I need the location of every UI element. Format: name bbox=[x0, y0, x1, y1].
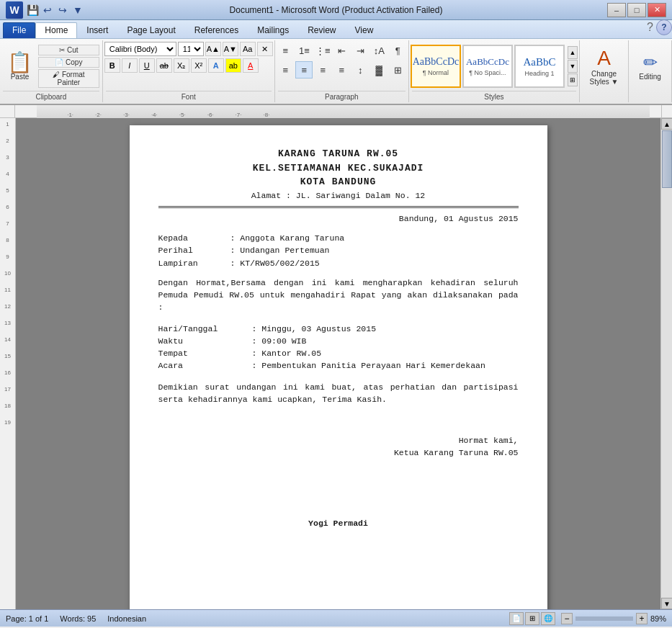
change-styles-content: A ChangeStyles ▼ bbox=[587, 42, 622, 91]
perihal-label: Perihal bbox=[158, 244, 230, 256]
window-controls: – □ ✕ bbox=[607, 3, 666, 17]
left-ruler-mark: 17 bbox=[4, 386, 11, 392]
sort-button[interactable]: ↕A bbox=[370, 42, 387, 59]
text-effects-button[interactable]: A bbox=[208, 58, 224, 73]
left-ruler-mark: 13 bbox=[4, 320, 11, 326]
align-left-button[interactable]: ≡ bbox=[277, 61, 294, 78]
tab-mailings[interactable]: Mailings bbox=[248, 22, 298, 38]
decrease-font-button[interactable]: A▼ bbox=[223, 42, 238, 56]
font-name-select[interactable]: Calibri (Body) bbox=[104, 42, 176, 56]
scroll-up-button[interactable]: ▲ bbox=[661, 118, 672, 130]
style-normal[interactable]: AaBbCcDc ¶ Normal bbox=[411, 45, 461, 88]
align-right-button[interactable]: ≡ bbox=[314, 61, 331, 78]
help-button[interactable]: ? bbox=[656, 19, 672, 35]
strikethrough-button[interactable]: ab bbox=[156, 58, 172, 73]
tab-references[interactable]: References bbox=[185, 22, 248, 38]
status-bar: Page: 1 of 1 Words: 95 Indonesian 📄 ⊞ 🌐 … bbox=[0, 609, 672, 627]
tab-home[interactable]: Home bbox=[35, 22, 77, 38]
ruler-mark: ·3· bbox=[123, 112, 130, 118]
scroll-thumb[interactable] bbox=[662, 130, 672, 188]
left-ruler-mark: 2 bbox=[6, 138, 9, 144]
left-ruler-mark: 10 bbox=[4, 270, 11, 277]
cut-button[interactable]: ✂ Cut bbox=[38, 45, 99, 55]
increase-indent-button[interactable]: ⇥ bbox=[351, 42, 369, 59]
show-hide-button[interactable]: ¶ bbox=[389, 42, 406, 59]
line-spacing-button[interactable]: ↕ bbox=[351, 61, 369, 78]
style-nospacing-label: ¶ No Spaci... bbox=[469, 69, 506, 76]
page-info: Page: 1 of 1 bbox=[6, 614, 48, 623]
justify-button[interactable]: ≡ bbox=[333, 61, 350, 78]
save-button[interactable]: 💾 bbox=[26, 4, 39, 17]
tab-file[interactable]: File bbox=[3, 22, 35, 38]
format-painter-button[interactable]: 🖌 Format Painter bbox=[38, 69, 99, 88]
subscript-button[interactable]: X₂ bbox=[174, 58, 189, 73]
editing-icon: ✏ bbox=[643, 53, 658, 73]
clear-formatting-button[interactable]: ✕ bbox=[257, 42, 273, 56]
bullets-button[interactable]: ≡ bbox=[277, 42, 294, 59]
hari-value: : Minggu, 03 Agustus 2015 bbox=[252, 323, 519, 335]
style-nospacing[interactable]: AaBbCcDc ¶ No Spaci... bbox=[462, 45, 513, 88]
title-bar: W 💾 ↩ ↪ ▼ Document1 - Microsoft Word (Pr… bbox=[0, 0, 672, 20]
change-case-button[interactable]: Aa bbox=[240, 42, 256, 56]
gallery-scroll-down[interactable]: ▼ bbox=[568, 60, 578, 73]
lampiran-value: : KT/RW05/002/2015 bbox=[230, 257, 320, 269]
change-styles-button[interactable]: A ChangeStyles ▼ bbox=[587, 44, 622, 89]
left-ruler-mark: 8 bbox=[6, 237, 9, 243]
header-line2: KEL.SETIAMANAH KEC.SUKAJADI bbox=[158, 161, 519, 176]
zoom-slider[interactable] bbox=[575, 616, 633, 621]
style-heading1[interactable]: AaBbC Heading 1 bbox=[514, 45, 565, 88]
gallery-more[interactable]: ⊞ bbox=[568, 73, 578, 86]
ruler-container: ·1· ·2· ·3· ·4· ·5· ·6· ·7· ·8· bbox=[0, 105, 672, 118]
tab-view[interactable]: View bbox=[346, 22, 383, 38]
web-layout-button[interactable]: 🌐 bbox=[541, 612, 555, 625]
maximize-button[interactable]: □ bbox=[627, 3, 646, 17]
left-ruler-mark: 11 bbox=[4, 287, 11, 293]
editing-button[interactable]: ✏ Editing bbox=[636, 50, 664, 84]
copy-button[interactable]: 📄 Copy bbox=[38, 57, 99, 68]
lampiran-row: Lampiran : KT/RW05/002/2015 bbox=[158, 257, 519, 269]
tab-insert[interactable]: Insert bbox=[77, 22, 117, 38]
scroll-track[interactable] bbox=[661, 130, 672, 598]
increase-font-button[interactable]: A▲ bbox=[205, 42, 221, 56]
customize-button[interactable]: ▼ bbox=[71, 4, 84, 17]
zoom-out-button[interactable]: − bbox=[561, 613, 573, 624]
acara-colon bbox=[238, 359, 252, 372]
minimize-button[interactable]: – bbox=[607, 3, 626, 17]
undo-button[interactable]: ↩ bbox=[41, 4, 54, 17]
align-center-button[interactable]: ≡ bbox=[295, 61, 313, 78]
gallery-scroll-up[interactable]: ▲ bbox=[568, 46, 578, 59]
tab-review[interactable]: Review bbox=[298, 22, 345, 38]
full-screen-button[interactable]: ⊞ bbox=[525, 612, 539, 625]
header-divider bbox=[158, 206, 519, 208]
superscript-button[interactable]: X² bbox=[191, 58, 207, 73]
waktu-value: : 09:00 WIB bbox=[252, 335, 519, 347]
acara-value: : Pembentukan Panitia Perayaan Hari Keme… bbox=[252, 359, 519, 372]
multilevel-list-button[interactable]: ⋮≡ bbox=[314, 42, 331, 59]
group-font: Calibri (Body) 11 A▲ A▼ Aa ✕ B I U ab X₂… bbox=[103, 40, 275, 102]
redo-button[interactable]: ↪ bbox=[56, 4, 69, 17]
shading-button[interactable]: ▓ bbox=[370, 61, 387, 78]
font-color-button[interactable]: A bbox=[243, 58, 259, 73]
bold-button[interactable]: B bbox=[104, 58, 120, 73]
decrease-indent-button[interactable]: ⇤ bbox=[333, 42, 350, 59]
status-right: 📄 ⊞ 🌐 − + 89% bbox=[509, 612, 666, 625]
paste-button[interactable]: 📋 Paste bbox=[3, 51, 37, 82]
font-row1: Calibri (Body) 11 A▲ A▼ Aa ✕ bbox=[104, 42, 273, 56]
group-paragraph: ≡ 1≡ ⋮≡ ⇤ ⇥ ↕A ¶ ≡ ≡ ≡ ≡ ↕ ▓ ⊞ Paragraph bbox=[275, 40, 409, 102]
close-button[interactable]: ✕ bbox=[648, 3, 666, 17]
acara-row: Acara : Pembentukan Panitia Perayaan Har… bbox=[158, 359, 519, 372]
tempat-label: Tempat bbox=[158, 347, 238, 359]
font-size-select[interactable]: 11 bbox=[178, 42, 204, 56]
print-layout-button[interactable]: 📄 bbox=[509, 612, 524, 625]
zoom-in-button[interactable]: + bbox=[636, 613, 648, 624]
numbering-button[interactable]: 1≡ bbox=[295, 42, 313, 59]
italic-button[interactable]: I bbox=[122, 58, 138, 73]
tab-page-layout[interactable]: Page Layout bbox=[117, 22, 184, 38]
document-page[interactable]: KARANG TARUNA RW.05 KEL.SETIAMANAH KEC.S… bbox=[130, 125, 547, 609]
title-bar-left: W 💾 ↩ ↪ ▼ bbox=[6, 1, 84, 19]
borders-button[interactable]: ⊞ bbox=[389, 61, 406, 78]
text-highlight-button[interactable]: ab bbox=[225, 58, 241, 73]
underline-button[interactable]: U bbox=[139, 58, 155, 73]
scroll-down-button[interactable]: ▼ bbox=[661, 598, 672, 609]
font-row2: B I U ab X₂ X² A ab A bbox=[104, 58, 259, 73]
